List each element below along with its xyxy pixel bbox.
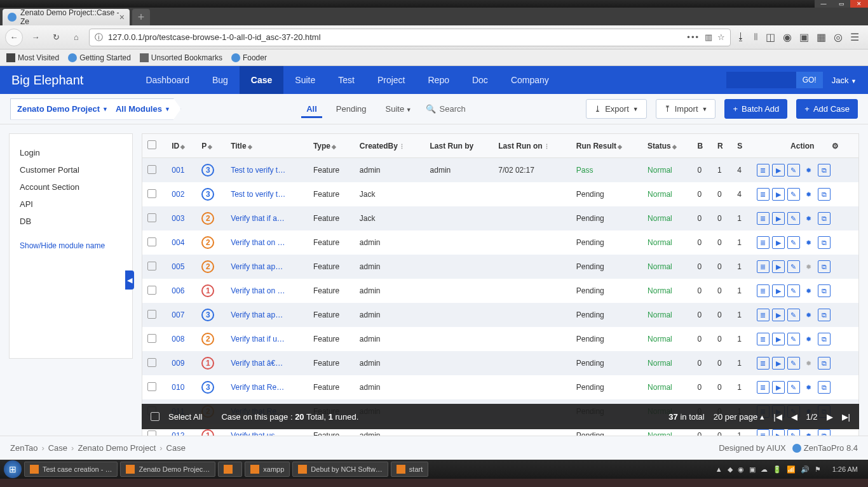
copy-icon[interactable]: ⧉ [818,260,831,273]
sidebar-item[interactable]: Login [20,144,122,161]
tray-icon[interactable]: 🔊 [801,465,810,474]
bug-icon[interactable]: ✹ [803,212,815,225]
search-input[interactable] [726,72,796,88]
copy-icon[interactable]: ⧉ [818,309,831,321]
edit-icon[interactable]: ✎ [787,188,800,201]
list-icon[interactable]: ≣ [757,164,770,177]
edit-icon[interactable]: ✎ [787,333,800,345]
row-checkbox[interactable] [147,286,156,295]
row-checkbox[interactable] [147,213,156,222]
header-lastrunon[interactable]: Last Run on⋮ [493,134,571,158]
edit-icon[interactable]: ✎ [787,429,800,436]
row-checkbox[interactable] [147,189,156,198]
nav-item-test[interactable]: Test [327,66,366,94]
bug-icon[interactable]: ✹ [803,333,815,345]
export-button[interactable]: ⤓Export ▼ [586,99,647,119]
run-icon[interactable]: ▶ [772,164,785,177]
case-id-link[interactable]: 008 [172,335,184,344]
edit-icon[interactable]: ✎ [787,357,800,370]
run-icon[interactable]: ▶ [772,212,785,225]
nav-item-bug[interactable]: Bug [201,66,240,94]
reader-icon[interactable]: ▥ [705,32,712,42]
case-title-link[interactable]: Verify that if u… [231,335,285,344]
reload-button[interactable]: ↻ [48,30,64,45]
header-settings[interactable]: ⚙ [827,134,858,158]
taskbar-item[interactable]: start [391,462,428,477]
run-icon[interactable]: ▶ [772,357,785,370]
start-button[interactable]: ⊞ [4,460,22,478]
list-icon[interactable]: ≣ [757,260,770,273]
batch-add-button[interactable]: +Batch Add [724,99,787,119]
list-icon[interactable]: ≣ [757,188,770,201]
list-icon[interactable]: ≣ [757,429,770,436]
run-icon[interactable]: ▶ [772,188,785,201]
row-checkbox[interactable] [147,334,156,343]
sidebar-item[interactable]: Customer Portal [20,161,122,178]
bug-icon[interactable]: ✹ [803,357,815,370]
add-case-button[interactable]: +Add Case [796,99,858,119]
breadcrumb[interactable]: Zenato Demo Project [78,443,156,453]
back-button[interactable]: ← [5,29,23,46]
edit-icon[interactable]: ✎ [787,260,800,273]
run-icon[interactable]: ▶ [772,236,785,249]
system-tray[interactable]: ▲ ◆ ◉ ▣ ☁ 🔋 📶 🔊 ⚑ 1:26 AM [715,465,864,474]
next-page-button[interactable]: ▶ [827,412,833,422]
version-badge[interactable]: ZenTaoPro 8.4 [792,443,858,453]
bug-icon[interactable]: ✹ [803,381,815,394]
window-close-button[interactable]: ✕ [850,0,868,8]
bookmark-getting-started[interactable]: Getting Started [68,53,131,62]
case-title-link[interactable]: Test to verify t… [231,166,285,175]
select-all-label[interactable]: Select All [168,412,202,422]
browser-tab[interactable]: Zenato Demo Project::Case - Ze × [3,9,130,25]
header-status[interactable]: Status◆ [642,134,692,158]
prev-page-button[interactable]: ◀ [791,412,797,422]
copy-icon[interactable]: ⧉ [818,164,831,177]
window-minimize-button[interactable]: — [815,0,832,8]
header-runresult[interactable]: Run Result◆ [571,134,642,158]
edit-icon[interactable]: ✎ [787,236,800,249]
nav-item-dashboard[interactable]: Dashboard [134,66,201,94]
tray-icon[interactable]: ◉ [738,465,744,474]
row-checkbox[interactable] [147,262,156,270]
copy-icon[interactable]: ⧉ [818,429,831,436]
case-id-link[interactable]: 004 [172,238,184,247]
case-id-link[interactable]: 006 [172,286,184,295]
edit-icon[interactable]: ✎ [787,212,800,225]
header-createdby[interactable]: CreatedBy⋮ [355,134,425,158]
case-id-link[interactable]: 007 [172,310,184,319]
run-icon[interactable]: ▶ [772,309,785,321]
run-icon[interactable]: ▶ [772,429,785,436]
star-icon[interactable]: ☆ [717,32,725,42]
copy-icon[interactable]: ⧉ [818,236,831,249]
bug-icon[interactable]: ✹ [803,429,815,436]
case-title-link[interactable]: Verify that on … [231,286,285,295]
header-title[interactable]: Title◆ [226,134,308,158]
taskbar-item[interactable] [218,462,242,477]
bookmark-fooder[interactable]: Fooder [231,53,267,62]
tab-all[interactable]: All [301,100,322,118]
tray-icon[interactable]: ▣ [749,465,756,474]
case-id-link[interactable]: 009 [172,359,184,368]
module-dropdown[interactable]: All Modules ▼ [116,104,170,114]
run-icon[interactable]: ▶ [772,284,785,297]
header-id[interactable]: ID◆ [166,134,196,158]
sidebar-item[interactable]: Account Section [20,178,122,196]
edit-icon[interactable]: ✎ [787,381,800,394]
project-module-selector[interactable]: Zenato Demo Project ▼ All Modules ▼ [10,98,181,120]
url-bar[interactable]: ⓘ 127.0.0.1/pro/testcase-browse-1-0-all-… [89,29,731,46]
tab-pending[interactable]: Pending [331,104,372,114]
ext-icon[interactable]: ◉ [783,31,792,43]
header-type[interactable]: Type◆ [308,134,355,158]
import-button[interactable]: ⤒Import ▼ [656,99,716,119]
bug-icon[interactable]: ✹ [803,236,815,249]
nav-item-case[interactable]: Case [240,66,283,94]
new-tab-button[interactable]: + [132,9,150,25]
case-id-link[interactable]: 002 [172,190,184,199]
list-icon[interactable]: ≣ [757,309,770,321]
copy-icon[interactable]: ⧉ [818,333,831,345]
list-icon[interactable]: ≣ [757,381,770,394]
tray-icon[interactable]: ▲ [715,465,722,473]
sidebar-item[interactable]: DB [20,213,122,230]
brand[interactable]: Big Elephant [11,73,83,88]
tray-icon[interactable]: ☁ [761,465,768,474]
